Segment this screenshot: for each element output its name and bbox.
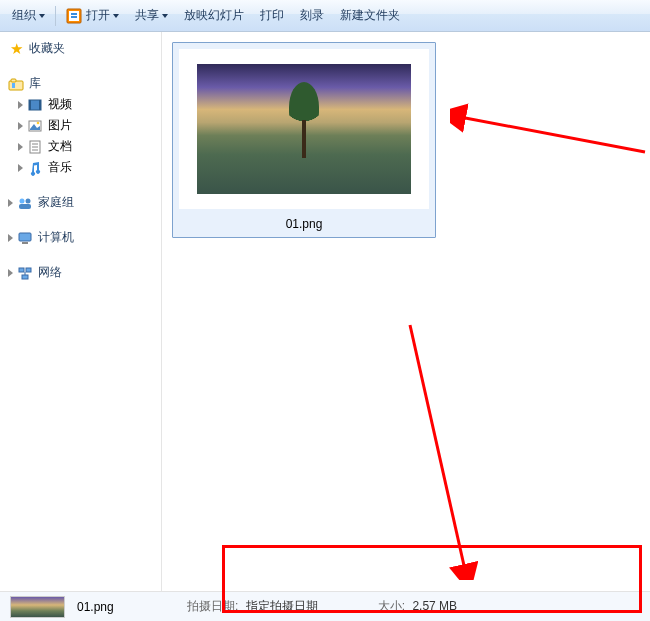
details-size: 大小: 2.57 MB	[378, 598, 457, 615]
svg-rect-2	[71, 13, 77, 15]
sidebar-item-homegroup[interactable]: 家庭组	[0, 192, 161, 213]
burn-label: 刻录	[300, 7, 324, 24]
sidebar-section-homegroup: 家庭组	[0, 192, 161, 213]
star-icon: ★	[8, 41, 24, 57]
sidebar-section-favorites: ★ 收藏夹	[0, 38, 161, 59]
details-thumbnail	[10, 596, 65, 618]
file-thumbnail-selected[interactable]: 01.png	[172, 42, 436, 238]
details-pane: 01.png 拍摄日期: 指定拍摄日期 大小: 2.57 MB	[0, 591, 650, 621]
pictures-label: 图片	[48, 117, 72, 134]
network-label: 网络	[38, 264, 62, 281]
print-label: 打印	[260, 7, 284, 24]
open-label: 打开	[86, 7, 110, 24]
sidebar-section-network: 网络	[0, 262, 161, 283]
chevron-right-icon	[18, 122, 23, 130]
toolbar: 组织 打开 共享 放映幻灯片 打印 刻录 新建文件夹	[0, 0, 650, 32]
details-date: 拍摄日期: 指定拍摄日期	[187, 598, 318, 615]
sidebar: ★ 收藏夹 库	[0, 32, 162, 591]
slideshow-label: 放映幻灯片	[184, 7, 244, 24]
documents-label: 文档	[48, 138, 72, 155]
music-icon	[27, 160, 43, 176]
computer-icon	[17, 230, 33, 246]
svg-point-12	[37, 121, 40, 124]
svg-rect-22	[19, 268, 24, 272]
chevron-right-icon	[18, 143, 23, 151]
open-button[interactable]: 打开	[58, 0, 127, 31]
sidebar-item-pictures[interactable]: 图片	[0, 115, 161, 136]
sidebar-item-music[interactable]: 音乐	[0, 157, 161, 178]
chevron-right-icon	[8, 199, 13, 207]
libraries-label: 库	[29, 75, 41, 92]
sidebar-item-computer[interactable]: 计算机	[0, 227, 161, 248]
details-filename: 01.png	[77, 600, 187, 614]
main-area: ★ 收藏夹 库	[0, 32, 650, 591]
pictures-icon	[27, 118, 43, 134]
music-label: 音乐	[48, 159, 72, 176]
chevron-right-icon	[8, 269, 13, 277]
chevron-right-icon	[18, 164, 23, 172]
svg-rect-21	[22, 242, 28, 244]
svg-rect-4	[9, 81, 23, 90]
svg-rect-3	[71, 16, 77, 18]
svg-rect-19	[19, 204, 31, 209]
separator	[55, 6, 56, 26]
content-pane[interactable]: 01.png	[162, 32, 650, 591]
new-folder-label: 新建文件夹	[340, 7, 400, 24]
svg-rect-6	[12, 83, 15, 88]
new-folder-button[interactable]: 新建文件夹	[332, 0, 408, 31]
svg-rect-9	[39, 100, 41, 110]
chevron-right-icon	[18, 101, 23, 109]
thumbnail-filename: 01.png	[179, 217, 429, 231]
sidebar-section-libraries: 库 视频	[0, 73, 161, 178]
svg-point-18	[26, 198, 31, 203]
date-value[interactable]: 指定拍摄日期	[246, 599, 318, 613]
network-icon	[17, 265, 33, 281]
sidebar-item-libraries[interactable]: 库	[0, 73, 161, 94]
organize-button[interactable]: 组织	[4, 0, 53, 31]
date-label: 拍摄日期:	[187, 599, 238, 613]
print-button[interactable]: 打印	[252, 0, 292, 31]
size-value: 2.57 MB	[412, 599, 457, 613]
sidebar-item-documents[interactable]: 文档	[0, 136, 161, 157]
svg-rect-5	[11, 79, 16, 82]
share-button[interactable]: 共享	[127, 0, 176, 31]
svg-rect-20	[19, 233, 31, 241]
thumbnail-image	[197, 64, 411, 194]
open-icon	[66, 8, 82, 24]
svg-rect-23	[26, 268, 31, 272]
chevron-down-icon	[39, 14, 45, 18]
computer-label: 计算机	[38, 229, 74, 246]
organize-label: 组织	[12, 7, 36, 24]
chevron-down-icon	[113, 14, 119, 18]
sidebar-item-video[interactable]: 视频	[0, 94, 161, 115]
video-label: 视频	[48, 96, 72, 113]
slideshow-button[interactable]: 放映幻灯片	[176, 0, 252, 31]
chevron-down-icon	[162, 14, 168, 18]
homegroup-label: 家庭组	[38, 194, 74, 211]
sidebar-section-computer: 计算机	[0, 227, 161, 248]
svg-point-17	[20, 198, 25, 203]
libraries-icon	[8, 76, 24, 92]
sidebar-item-network[interactable]: 网络	[0, 262, 161, 283]
svg-rect-24	[22, 275, 28, 279]
burn-button[interactable]: 刻录	[292, 0, 332, 31]
chevron-right-icon	[8, 234, 13, 242]
share-label: 共享	[135, 7, 159, 24]
video-icon	[27, 97, 43, 113]
documents-icon	[27, 139, 43, 155]
favorites-label: 收藏夹	[29, 40, 65, 57]
homegroup-icon	[17, 195, 33, 211]
size-label: 大小:	[378, 599, 405, 613]
svg-rect-8	[29, 100, 31, 110]
sidebar-item-favorites[interactable]: ★ 收藏夹	[0, 38, 161, 59]
thumbnail-frame	[179, 49, 429, 209]
